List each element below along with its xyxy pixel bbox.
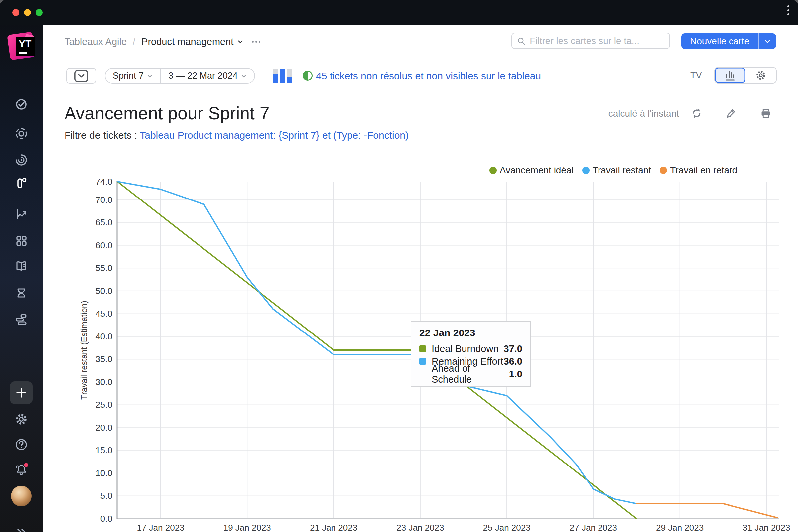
sidebar-item-gantt[interactable]: [14, 312, 29, 327]
sidebar-item-helpdesk[interactable]: [14, 126, 29, 141]
zoom-button[interactable]: [36, 9, 42, 16]
board-selector-button[interactable]: [66, 68, 96, 84]
book-icon: [14, 259, 29, 274]
app-window: YT: [0, 0, 798, 532]
sidebar-item-apps[interactable]: [14, 233, 29, 248]
user-avatar[interactable]: [11, 486, 32, 507]
tooltip-swatch-icon: [419, 345, 426, 352]
chevrons-right-icon: [14, 525, 29, 532]
gear-icon: [754, 69, 767, 82]
legend-item[interactable]: Travail en retard: [660, 165, 738, 175]
sidebar-help[interactable]: [14, 437, 29, 452]
agile-board-icon: [14, 175, 29, 191]
unresolved-tickets-link[interactable]: 45 tickets non résolus et non visibles s…: [316, 71, 541, 82]
breadcrumb-current[interactable]: Product management: [141, 36, 244, 47]
new-card-dropdown-button[interactable]: [758, 33, 776, 49]
close-button[interactable]: [12, 9, 19, 16]
sprint-selector-group: Sprint 7 3 — 22 Mar 2024: [105, 68, 255, 84]
window-titlebar: [0, 0, 798, 25]
breadcrumb: Tableaux Agile / Product management: [64, 33, 260, 50]
sidebar-notifications[interactable]: [14, 462, 29, 477]
calculated-note: calculé à l'instant: [571, 108, 679, 119]
tooltip-label: Ahead of Schedule: [432, 363, 509, 385]
search-input[interactable]: [529, 35, 665, 46]
page-title: Avancement pour Sprint 7: [64, 103, 270, 124]
gear-icon: [14, 412, 29, 427]
tooltip-date: 22 Jan 2023: [419, 327, 522, 339]
window-menu-icon[interactable]: [787, 5, 790, 17]
legend-label: Travail restant: [592, 165, 651, 175]
chart-settings-button[interactable]: [745, 68, 776, 83]
new-card-split-button: Nouvelle carte: [681, 33, 776, 49]
legend-dot-icon: [660, 167, 667, 174]
pencil-icon: [724, 106, 739, 121]
legend-label: Avancement idéal: [500, 165, 573, 175]
trend-chart-icon: [14, 207, 29, 222]
board-more-menu-icon[interactable]: [252, 41, 260, 42]
chart-view-button[interactable]: [715, 68, 745, 83]
spiral-arcs-icon: [14, 152, 29, 168]
chart-tooltip: 22 Jan 2023 Ideal Burndown37.0Remaining …: [411, 321, 531, 387]
new-card-button[interactable]: Nouvelle carte: [681, 33, 758, 49]
tooltip-swatch-icon: [419, 358, 426, 365]
tooltip-swatch-icon: [419, 371, 426, 377]
legend-dot-icon: [490, 167, 497, 174]
youtrack-logo[interactable]: YT: [7, 32, 35, 60]
sidebar-item-agile-board[interactable]: [14, 175, 29, 191]
sidebar-item-reports[interactable]: [14, 207, 29, 222]
print-button[interactable]: [758, 106, 773, 121]
main-content: Tableaux Agile / Product management Nouv…: [42, 25, 798, 532]
gantt-bars-icon: [14, 312, 29, 327]
legend-dot-icon: [582, 167, 590, 174]
minimize-button[interactable]: [24, 9, 31, 16]
sidebar-item-tasks[interactable]: [14, 97, 29, 112]
create-button[interactable]: [10, 381, 33, 404]
sidebar-item-knowledge-base[interactable]: [14, 259, 29, 274]
sprint-progress-bars-icon: [272, 69, 292, 83]
filter-query-link[interactable]: Tableau Product management: {Sprint 7} e…: [140, 130, 408, 141]
chevron-down-icon: [237, 38, 244, 45]
grid-icon: [14, 233, 29, 248]
date-range-selector[interactable]: 3 — 22 Mar 2024: [160, 69, 254, 83]
legend-item[interactable]: Avancement idéal: [490, 165, 573, 175]
refresh-icon: [689, 106, 704, 121]
board-inbox-icon: [74, 70, 89, 83]
legend-label: Travail en retard: [670, 165, 738, 175]
resolved-ratio-icon: [303, 71, 312, 81]
breadcrumb-root[interactable]: Tableaux Agile: [64, 36, 127, 47]
tooltip-row: Ahead of Schedule1.0: [419, 368, 522, 380]
sidebar-expand[interactable]: [14, 525, 29, 532]
check-circle-icon: [14, 97, 29, 112]
legend-item[interactable]: Travail restant: [582, 165, 651, 175]
chevron-down-icon: [241, 73, 247, 79]
breadcrumb-separator: /: [133, 36, 135, 47]
plus-icon: [15, 386, 28, 399]
filter-prefix: Filtre de tickets :: [64, 130, 137, 141]
sprint-selector[interactable]: Sprint 7: [106, 69, 160, 83]
tooltip-row: Ideal Burndown37.0: [419, 342, 522, 355]
view-mode-toggle: [714, 67, 777, 84]
sidebar-item-timesheets[interactable]: [14, 285, 29, 301]
sidebar-settings[interactable]: [14, 412, 29, 427]
histogram-icon: [723, 69, 737, 82]
logo-text: YT: [19, 38, 31, 49]
sidebar: YT: [0, 25, 42, 532]
help-icon: [14, 437, 29, 452]
edit-button[interactable]: [723, 106, 739, 121]
chevron-down-icon: [146, 73, 153, 79]
sidebar-item-insights[interactable]: [14, 152, 29, 168]
tv-mode-button[interactable]: TV: [690, 71, 702, 81]
tooltip-value: 37.0: [504, 343, 522, 355]
tooltip-value: 1.0: [509, 369, 522, 380]
chart-legend: Avancement idéalTravail restantTravail e…: [490, 165, 738, 175]
printer-icon: [758, 106, 773, 121]
tooltip-label: Ideal Burndown: [432, 343, 499, 355]
refresh-button[interactable]: [689, 106, 704, 121]
search-icon: [517, 36, 526, 46]
notification-badge: [24, 463, 28, 467]
ticket-filter: Filtre de tickets : Tableau Product mana…: [64, 130, 408, 141]
hourglass-icon: [14, 285, 29, 301]
lifebuoy-icon: [14, 126, 29, 141]
chevron-down-icon: [763, 37, 772, 45]
filter-search: [511, 33, 670, 49]
